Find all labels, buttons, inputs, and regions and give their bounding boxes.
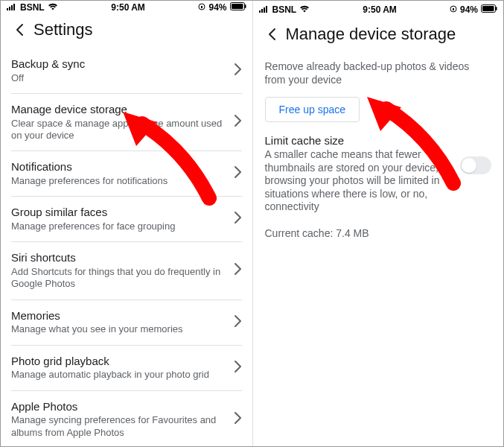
back-icon[interactable] <box>11 21 29 39</box>
settings-item-title: Notifications <box>11 160 226 174</box>
wifi-icon <box>299 4 310 15</box>
settings-item-subtitle: Add Shortcuts for things that you do fre… <box>11 266 226 291</box>
settings-item-memories[interactable]: Memories Manage what you see in your mem… <box>11 300 242 346</box>
battery-percent: 94% <box>208 2 226 13</box>
limit-cache-desc: A smaller cache means that fewer thumbna… <box>265 148 453 214</box>
battery-percent: 94% <box>460 4 478 15</box>
settings-item-title: Photo grid playback <box>11 355 226 369</box>
svg-rect-2 <box>11 5 13 10</box>
settings-item-title: Manage device storage <box>11 103 226 117</box>
screen-manage-storage: BSNL 9:50 AM 94% Manage device storage <box>252 1 504 446</box>
chevron-right-icon <box>234 114 242 130</box>
settings-item-title: Siri shortcuts <box>11 251 226 265</box>
status-bar: BSNL 9:50 AM 94% <box>253 1 504 17</box>
battery-icon <box>481 4 497 15</box>
svg-rect-1 <box>9 7 10 10</box>
svg-rect-8 <box>245 4 246 8</box>
settings-item-subtitle: Clear space & manage app storage amount … <box>11 118 226 142</box>
settings-item-group-similar-faces[interactable]: Group similar faces Manage preferences f… <box>11 197 242 242</box>
carrier-label: BSNL <box>272 4 297 15</box>
svg-rect-0 <box>7 8 8 10</box>
remove-backed-up-desc: Remove already backed-up photos & videos… <box>265 60 492 86</box>
settings-item-subtitle: Off <box>11 72 226 84</box>
signal-icon <box>7 2 17 13</box>
svg-rect-12 <box>266 6 267 13</box>
chevron-right-icon <box>234 262 242 279</box>
settings-item-subtitle: Manage what you see in your memories <box>11 323 226 335</box>
lock-icon <box>450 4 457 15</box>
settings-item-subtitle: Manage syncing preferences for Favourite… <box>11 414 226 439</box>
chevron-right-icon <box>234 360 242 376</box>
screen-settings: BSNL 9:50 AM 94% Settings <box>1 1 252 446</box>
chevron-right-icon <box>234 411 242 428</box>
settings-list: Backup & sync Off Manage device storage … <box>1 48 252 446</box>
limit-cache-toggle[interactable] <box>460 156 491 174</box>
carrier-label: BSNL <box>20 2 45 13</box>
svg-rect-11 <box>264 7 265 13</box>
status-bar: BSNL 9:50 AM 94% <box>1 1 252 13</box>
free-up-space-button[interactable]: Free up space <box>265 97 360 122</box>
svg-rect-9 <box>259 10 261 13</box>
svg-rect-3 <box>13 4 15 10</box>
storage-header: Manage device storage <box>253 17 504 53</box>
settings-item-siri-shortcuts[interactable]: Siri shortcuts Add Shortcuts for things … <box>11 242 242 299</box>
settings-item-subtitle: Manage preferences for face grouping <box>11 221 226 232</box>
settings-item-title: Backup & sync <box>11 57 226 72</box>
svg-rect-7 <box>232 4 243 9</box>
chevron-right-icon <box>234 211 242 227</box>
settings-item-title: Apple Photos <box>11 400 226 414</box>
settings-item-apple-photos[interactable]: Apple Photos Manage syncing preferences … <box>11 391 242 447</box>
page-title: Manage device storage <box>286 25 456 44</box>
chevron-right-icon <box>234 314 242 331</box>
settings-item-photo-grid-playback[interactable]: Photo grid playback Manage automatic pla… <box>11 346 242 391</box>
settings-item-manage-device-storage[interactable]: Manage device storage Clear space & mana… <box>11 94 242 151</box>
signal-icon <box>259 4 269 15</box>
settings-item-subtitle: Manage preferences for notifications <box>11 175 226 187</box>
svg-rect-17 <box>496 7 497 10</box>
settings-item-backup-sync[interactable]: Backup & sync Off <box>11 48 242 94</box>
page-title: Settings <box>34 20 93 39</box>
status-time: 9:50 AM <box>111 2 145 13</box>
current-cache-label: Current cache: 7.4 MB <box>265 227 492 239</box>
limit-cache-title: Limit cache size <box>265 134 453 147</box>
chevron-right-icon <box>234 165 242 182</box>
settings-item-subtitle: Manage automatic playback in your photo … <box>11 369 226 381</box>
svg-rect-10 <box>261 9 263 13</box>
status-time: 9:50 AM <box>363 4 397 15</box>
wifi-icon <box>48 2 58 13</box>
svg-rect-14 <box>453 8 454 10</box>
settings-item-title: Group similar faces <box>11 206 226 220</box>
lock-icon <box>198 2 205 13</box>
back-icon[interactable] <box>264 25 281 43</box>
chevron-right-icon <box>234 63 242 79</box>
svg-rect-5 <box>201 6 202 8</box>
battery-icon <box>230 2 246 13</box>
svg-rect-16 <box>482 6 494 11</box>
settings-header: Settings <box>1 13 252 48</box>
settings-item-title: Memories <box>11 309 226 323</box>
settings-item-notifications[interactable]: Notifications Manage preferences for not… <box>11 151 242 197</box>
